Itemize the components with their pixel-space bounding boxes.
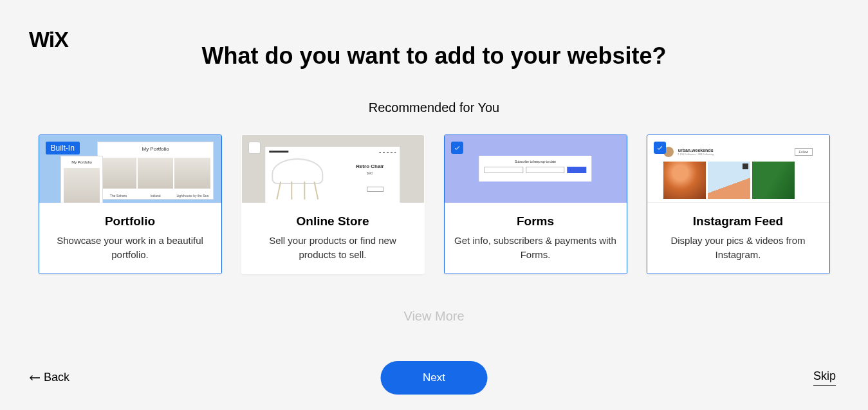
- back-button-label: Back: [44, 371, 69, 384]
- builtin-badge: Built-In: [46, 142, 80, 154]
- card-forms-checkbox[interactable]: [451, 142, 463, 154]
- portfolio-preview-title: My Portfolio: [98, 146, 213, 152]
- instagram-photo: [708, 162, 750, 199]
- card-instagram-feed[interactable]: urban.weekends 2,134 Followers · 483 Fol…: [647, 135, 830, 274]
- card-portfolio-desc: Showcase your work in a beautiful portfo…: [48, 234, 212, 262]
- forms-preview-input-name: [484, 167, 523, 173]
- logo: WiX: [29, 27, 68, 52]
- next-button[interactable]: Next: [380, 361, 488, 395]
- card-forms-title: Forms: [517, 214, 554, 228]
- card-forms-desc: Get info, subscribers & payments with Fo…: [454, 234, 618, 262]
- portfolio-preview-small-title: My Portfolio: [61, 160, 102, 164]
- card-portfolio-preview: Built-In My Portfolio The Sahara Iceland…: [39, 135, 221, 203]
- card-forms-preview: Subscribe to keep up-to-date: [445, 135, 627, 203]
- forms-preview-input-email: [526, 167, 565, 173]
- card-online-store[interactable]: Retro Chair $90 Online Store Sell your p…: [241, 135, 425, 274]
- card-online-store-checkbox[interactable]: [248, 142, 261, 154]
- main-content: What do you want to add to your website?…: [0, 0, 868, 324]
- card-online-store-preview: Retro Chair $90: [242, 135, 424, 203]
- card-online-store-title: Online Store: [297, 214, 369, 228]
- card-forms[interactable]: Subscribe to keep up-to-date Forms Get i…: [444, 135, 627, 274]
- instagram-photo: [663, 162, 706, 199]
- card-online-store-desc: Sell your products or find new products …: [251, 234, 415, 262]
- card-portfolio[interactable]: Built-In My Portfolio The Sahara Iceland…: [39, 135, 222, 274]
- skip-button[interactable]: Skip: [813, 369, 836, 386]
- page-subheading: Recommended for You: [0, 100, 868, 115]
- forms-preview-label: Subscribe to keep up-to-date: [484, 160, 586, 163]
- check-icon: [454, 144, 461, 151]
- card-instagram-feed-desc: Display your pics & videos from Instagra…: [656, 234, 820, 262]
- store-preview-product: Retro Chair: [356, 163, 384, 169]
- store-preview-price: $90: [367, 171, 373, 175]
- card-instagram-feed-title: Instagram Feed: [693, 214, 783, 228]
- back-button[interactable]: Back: [30, 371, 69, 384]
- forms-preview-submit: [568, 167, 587, 173]
- check-icon: [656, 144, 663, 151]
- card-portfolio-title: Portfolio: [105, 214, 155, 228]
- card-instagram-feed-preview: urban.weekends 2,134 Followers · 483 Fol…: [647, 135, 829, 203]
- view-more-button[interactable]: View More: [0, 309, 868, 324]
- instagram-preview-username: urban.weekends: [678, 148, 714, 153]
- card-instagram-feed-checkbox[interactable]: [654, 142, 666, 154]
- instagram-photo: [752, 162, 795, 199]
- instagram-preview-meta: 2,134 Followers · 483 Following: [678, 153, 714, 156]
- arrow-left-icon: [30, 374, 40, 382]
- page-heading: What do you want to add to your website?: [0, 42, 868, 70]
- footer: Back Next Skip: [0, 369, 868, 386]
- instagram-preview-follow: Follow: [795, 148, 813, 156]
- cards-row: Built-In My Portfolio The Sahara Iceland…: [0, 135, 868, 274]
